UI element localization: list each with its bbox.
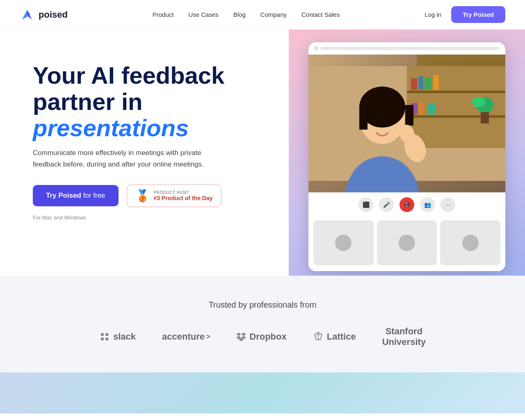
ph-medal-icon: 🥉 (135, 189, 150, 203)
svg-rect-7 (418, 76, 423, 90)
video-person-svg (308, 55, 505, 192)
svg-rect-26 (105, 333, 108, 336)
video-frame (308, 55, 505, 192)
video-card-top (308, 42, 505, 55)
video-controls: ⬛ 🎤 📵 👥 ··· (308, 192, 505, 217)
video-card: ⬛ 🎤 📵 👥 ··· (308, 42, 505, 271)
svg-rect-9 (433, 75, 439, 90)
url-bar (321, 47, 500, 50)
slack-text: slack (113, 331, 136, 342)
svg-point-15 (472, 97, 485, 107)
logo-text: poised (39, 9, 68, 20)
svg-rect-12 (427, 104, 436, 114)
nav-blog[interactable]: Blog (233, 11, 246, 18)
trusted-section: Trusted by professionals from slack acce… (0, 276, 525, 372)
svg-rect-27 (101, 338, 104, 340)
hero-heading: Your AI feedback partner in presentation… (33, 62, 269, 141)
svg-rect-19 (359, 105, 368, 130)
lattice-text: Lattice (327, 331, 356, 342)
trusted-title: Trusted by professionals from (209, 300, 317, 310)
ph-text: PRODUCT HUNT #3 Product of the Day (154, 190, 213, 201)
mute-button[interactable]: ⬛ (358, 197, 373, 212)
dropbox-text: Dropbox (249, 331, 286, 342)
cta-bold: Try Poised (46, 192, 81, 199)
lattice-icon (313, 331, 324, 342)
stanford-text: StanfordUniversity (382, 326, 426, 348)
video-participants (308, 217, 505, 271)
logos-row: slack accenture > Dropbox Lattice (99, 326, 426, 348)
svg-rect-28 (105, 338, 108, 340)
nav-right: Log in Try Poised (425, 6, 505, 23)
more-button[interactable]: ··· (441, 197, 455, 212)
window-dot (314, 46, 318, 50)
nav-company[interactable]: Company (260, 11, 287, 18)
svg-rect-5 (407, 115, 505, 118)
stanford-logo: StanfordUniversity (382, 326, 426, 348)
mic-button[interactable]: 🎤 (379, 197, 394, 212)
participants-button[interactable]: 👥 (420, 197, 435, 212)
nav-product[interactable]: Product (153, 11, 174, 18)
ph-label: PRODUCT HUNT (154, 190, 213, 195)
svg-rect-8 (425, 78, 432, 90)
participant-2 (377, 220, 437, 265)
navbar: poised Product Use Cases Blog Company Co… (0, 0, 525, 30)
ph-title: #3 Product of the Day (154, 195, 213, 201)
try-poised-hero-button[interactable]: Try Poised for free (33, 185, 119, 206)
participant-1 (313, 220, 374, 265)
nav-contact-sales[interactable]: Contact Sales (301, 11, 340, 18)
accenture-accent: > (206, 333, 210, 340)
svg-rect-6 (411, 78, 417, 90)
svg-point-22 (386, 121, 391, 125)
hero-cta-row: Try Poised for free 🥉 PRODUCT HUNT #3 Pr… (33, 185, 269, 207)
hero-heading-line3: presentations (33, 114, 189, 141)
hero-right: ⬛ 🎤 📵 👥 ··· (289, 30, 525, 276)
poised-logo-icon (20, 7, 34, 22)
hero-subtext: Communicate more effectively in meetings… (33, 147, 230, 169)
slack-logo: slack (99, 331, 136, 342)
cta-light: for free (81, 192, 105, 199)
participant-3 (440, 220, 500, 265)
try-poised-nav-button[interactable]: Try Poised (451, 6, 505, 23)
accenture-text: accenture (162, 331, 205, 342)
end-call-button[interactable]: 📵 (399, 197, 414, 212)
svg-rect-25 (101, 333, 104, 336)
dropbox-icon (236, 332, 246, 342)
svg-marker-30 (241, 333, 246, 336)
bottom-gradient (0, 372, 525, 413)
hero-section: Your AI feedback partner in presentation… (0, 30, 525, 276)
svg-point-21 (373, 121, 379, 125)
dropbox-logo: Dropbox (236, 331, 286, 342)
participant-avatar-2 (399, 235, 415, 251)
logo[interactable]: poised (20, 7, 68, 22)
platform-text: For Mac and Windows (33, 215, 269, 221)
participant-avatar-1 (335, 235, 352, 251)
login-link[interactable]: Log in (425, 11, 441, 18)
svg-rect-11 (419, 102, 424, 114)
svg-marker-29 (236, 333, 241, 336)
nav-links: Product Use Cases Blog Company Contact S… (153, 11, 340, 18)
video-background (308, 55, 505, 192)
accenture-logo: accenture > (162, 331, 210, 342)
hero-left: Your AI feedback partner in presentation… (0, 30, 289, 245)
nav-use-cases[interactable]: Use Cases (188, 11, 218, 18)
hero-heading-line2: partner in (33, 88, 143, 115)
svg-rect-20 (405, 105, 413, 126)
slack-icon (99, 331, 110, 342)
product-hunt-badge[interactable]: 🥉 PRODUCT HUNT #3 Product of the Day (127, 185, 221, 207)
lattice-logo: Lattice (313, 331, 356, 342)
hero-heading-line1: Your AI feedback (33, 62, 224, 89)
participant-avatar-3 (462, 235, 479, 251)
svg-rect-4 (407, 91, 505, 93)
